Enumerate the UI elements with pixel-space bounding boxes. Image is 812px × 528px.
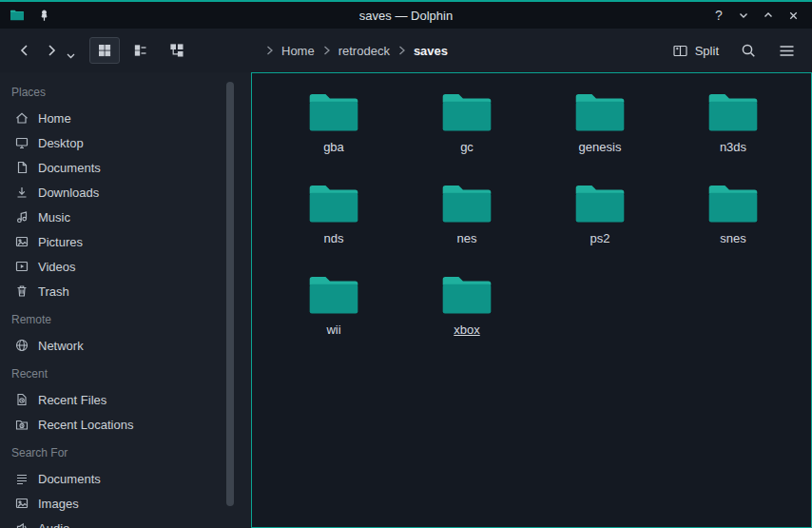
- recent-files-icon: [14, 392, 29, 407]
- folder-item-wii[interactable]: wii: [267, 267, 400, 359]
- folder-item-gba[interactable]: gba: [267, 85, 400, 176]
- sidebar-item-label: Videos: [38, 260, 76, 274]
- sidebar-item-search-audio[interactable]: Audio: [0, 516, 226, 528]
- sidebar-item-label: Desktop: [38, 136, 84, 150]
- dolphin-window: saves — Dolphin ?: [0, 0, 812, 528]
- document-icon: [14, 160, 29, 175]
- desktop-icon: [14, 135, 29, 150]
- sidebar-scrollbar[interactable]: [226, 72, 236, 528]
- search-icon: [741, 43, 757, 59]
- folder-icon: [572, 90, 628, 135]
- folder-icon: [706, 182, 761, 226]
- folder-grid: gba gc genesis n3ds nds: [252, 73, 811, 359]
- folder-label: xbox: [454, 323, 479, 337]
- folder-icon: [439, 90, 494, 135]
- folder-label: gc: [460, 140, 474, 154]
- folder-item-n3ds[interactable]: n3ds: [667, 85, 800, 176]
- folder-icon: [572, 182, 628, 226]
- sidebar-item-label: Pictures: [38, 235, 83, 249]
- maximize-button[interactable]: [759, 6, 778, 25]
- sidebar-item-label: Audio: [38, 521, 69, 528]
- sidebar-item-recent-files[interactable]: Recent Files: [0, 387, 226, 412]
- breadcrumb-item-home[interactable]: Home: [281, 44, 315, 58]
- sidebar-item-label: Documents: [38, 472, 101, 486]
- folder-item-nes[interactable]: nes: [400, 176, 533, 267]
- folder-icon: [439, 182, 494, 226]
- breadcrumb-item-retrodeck[interactable]: retrodeck: [338, 44, 390, 58]
- split-label: Split: [695, 44, 719, 58]
- sidebar-item-label: Downloads: [38, 186, 99, 200]
- content: Places Home Desktop Documents Downloads …: [0, 72, 812, 528]
- section-label-remote: Remote: [0, 303, 226, 333]
- breadcrumb-separator-icon: [398, 46, 405, 55]
- folder-label: nds: [324, 231, 344, 245]
- section-label-search-for: Search For: [0, 437, 226, 466]
- sidebar-item-search-images[interactable]: Images: [0, 491, 226, 516]
- folder-item-genesis[interactable]: genesis: [533, 85, 667, 176]
- folder-item-snes[interactable]: snes: [667, 176, 800, 267]
- sidebar-item-downloads[interactable]: Downloads: [0, 180, 226, 205]
- folder-icon: [706, 90, 761, 135]
- tree-view-button[interactable]: [162, 37, 192, 64]
- sidebar-item-recent-locations[interactable]: Recent Locations: [0, 412, 226, 437]
- sidebar-item-label: Music: [38, 210, 70, 225]
- pin-icon[interactable]: [34, 6, 53, 25]
- folder-item-ps2[interactable]: ps2: [533, 176, 667, 267]
- folder-item-nds[interactable]: nds: [267, 176, 400, 267]
- sidebar-item-documents[interactable]: Documents: [0, 155, 226, 180]
- section-label-places: Places: [0, 76, 226, 106]
- close-button[interactable]: [783, 6, 802, 25]
- folder-label: nes: [457, 231, 477, 245]
- split-button[interactable]: Split: [667, 36, 725, 65]
- menu-button[interactable]: [772, 36, 801, 65]
- sidebar-item-desktop[interactable]: Desktop: [0, 130, 226, 155]
- help-button[interactable]: ?: [709, 6, 728, 25]
- sidebar-item-label: Network: [38, 339, 84, 353]
- sidebar-item-home[interactable]: Home: [0, 106, 226, 130]
- music-note-icon: [14, 209, 29, 225]
- history-dropdown-icon[interactable]: [65, 36, 76, 65]
- sidebar-item-videos[interactable]: Videos: [0, 254, 226, 279]
- recent-locations-icon: [14, 417, 29, 432]
- window-controls: ?: [709, 6, 802, 25]
- places-panel: Places Home Desktop Documents Downloads …: [0, 72, 226, 528]
- breadcrumb-separator-icon: [323, 46, 330, 55]
- text-lines-icon: [14, 471, 29, 486]
- sidebar-item-pictures[interactable]: Pictures: [0, 229, 226, 254]
- sidebar-item-label: Trash: [38, 284, 69, 299]
- sidebar-item-label: Images: [38, 497, 79, 511]
- titlebar-left: [10, 6, 53, 25]
- breadcrumb-item-saves[interactable]: saves: [414, 44, 448, 58]
- details-view-button[interactable]: [126, 37, 156, 64]
- scrollbar-thumb[interactable]: [226, 82, 234, 506]
- hamburger-icon: [779, 44, 795, 58]
- trash-icon: [14, 284, 29, 299]
- back-button[interactable]: [11, 36, 38, 65]
- download-icon: [14, 185, 29, 200]
- section-label-recent: Recent: [0, 358, 226, 387]
- folder-item-xbox[interactable]: xbox: [400, 267, 533, 359]
- search-button[interactable]: [734, 36, 763, 65]
- network-globe-icon: [14, 338, 29, 353]
- folder-item-gc[interactable]: gc: [400, 85, 533, 176]
- view-mode-group: [89, 37, 192, 64]
- speaker-icon: [14, 520, 29, 528]
- split-icon: [672, 44, 688, 58]
- toolbar: Home retrodeck saves Split: [0, 29, 812, 72]
- app-folder-icon: [10, 9, 25, 22]
- video-icon: [14, 259, 29, 274]
- sidebar-item-label: Home: [38, 111, 71, 126]
- sidebar-item-music[interactable]: Music: [0, 205, 226, 229]
- titlebar: saves — Dolphin ?: [0, 0, 812, 29]
- toolbar-right: Split: [667, 36, 801, 65]
- folder-label: gba: [323, 140, 344, 154]
- help-icon: ?: [715, 8, 723, 23]
- folder-view[interactable]: gba gc genesis n3ds nds: [251, 72, 812, 528]
- forward-button[interactable]: [38, 36, 65, 65]
- folder-label: genesis: [579, 140, 622, 154]
- sidebar-item-network[interactable]: Network: [0, 333, 226, 358]
- sidebar-item-search-documents[interactable]: Documents: [0, 466, 226, 491]
- sidebar-item-trash[interactable]: Trash: [0, 279, 226, 303]
- icons-view-button[interactable]: [89, 37, 120, 64]
- minimize-button[interactable]: [734, 6, 753, 25]
